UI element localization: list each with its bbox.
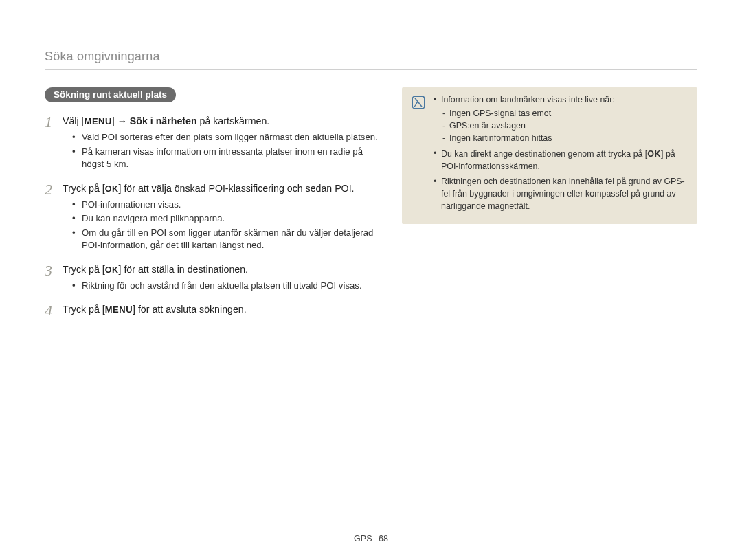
header-rule	[45, 69, 697, 70]
step-3: 3 Tryck på [OK] för att ställa in destin…	[45, 263, 378, 294]
note-subitem: Ingen kartinformation hittas	[442, 133, 688, 145]
text: Välj [	[63, 115, 85, 126]
ok-icon: OK	[105, 265, 119, 276]
text: Information om landmärken visas inte liv…	[441, 95, 615, 104]
step-number: 3	[45, 263, 63, 278]
note-subitem: GPS:en är avslagen	[442, 120, 688, 133]
step-2: 2 Tryck på [OK] för att välja önskad POI…	[45, 182, 378, 254]
bullet-item: Riktning för och avstånd från den aktuel…	[72, 280, 378, 292]
bullet-item: POI-informationen visas.	[72, 199, 378, 211]
note-item: Du kan direkt ange destinationen genom a…	[434, 148, 688, 173]
note-icon	[412, 96, 425, 109]
step-number: 2	[45, 182, 63, 197]
bullet-list: POI-informationen visas. Du kan navigera…	[72, 199, 378, 252]
bullet-list: Riktning för och avstånd från den aktuel…	[72, 280, 378, 292]
text: ] för att ställa in destinationen.	[119, 264, 249, 275]
text: ] för att välja önskad POI-klassificerin…	[119, 183, 355, 194]
note-item: Information om landmärken visas inte liv…	[434, 94, 688, 145]
step-body: Tryck på [OK] för att välja önskad POI-k…	[63, 182, 378, 254]
text: ] för att avsluta sökningen.	[133, 304, 247, 315]
page: Söka omgivningarna Sökning runt aktuell …	[0, 0, 742, 560]
step-body: Tryck på [MENU] för att avsluta sökninge…	[63, 303, 378, 316]
note-list: Information om landmärken visas inte liv…	[434, 94, 688, 216]
bold-text: Sök i närheten	[130, 115, 197, 126]
text: ] →	[112, 115, 130, 126]
text: Tryck på [	[63, 304, 105, 315]
step-1: 1 Välj [MENU] → Sök i närheten på kartsk…	[45, 115, 378, 172]
text: Tryck på [	[63, 183, 105, 194]
steps-list: 1 Välj [MENU] → Sök i närheten på kartsk…	[45, 115, 378, 318]
step-body: Tryck på [OK] för att ställa in destinat…	[63, 263, 378, 294]
column-right: Information om landmärken visas inte liv…	[402, 87, 697, 318]
text: Du kan direkt ange destinationen genom a…	[441, 149, 647, 159]
note-subitem: Ingen GPS-signal tas emot	[442, 108, 688, 120]
section-pill: Sökning runt aktuell plats	[45, 87, 176, 102]
ok-icon: OK	[105, 183, 119, 195]
page-footer: GPS 68	[0, 534, 742, 544]
page-title: Söka omgivningarna	[45, 49, 160, 63]
footer-section: GPS	[354, 534, 372, 544]
page-header: Söka omgivningarna	[45, 49, 697, 64]
bullet-item: Du kan navigera med pilknapparna.	[72, 212, 378, 225]
columns: Sökning runt aktuell plats 1 Välj [MENU]…	[45, 87, 697, 318]
note-box: Information om landmärken visas inte liv…	[402, 87, 697, 224]
text: på kartskärmen.	[197, 115, 270, 126]
step-4: 4 Tryck på [MENU] för att avsluta söknin…	[45, 303, 378, 318]
step-number: 4	[45, 303, 63, 318]
step-number: 1	[45, 115, 63, 130]
note-item: Riktningen och destinationen kan innehål…	[434, 176, 688, 213]
bullet-item: Om du går till en POI som ligger utanför…	[72, 227, 378, 252]
column-left: Sökning runt aktuell plats 1 Välj [MENU]…	[45, 87, 378, 318]
bullet-item: På kameran visas information om intressa…	[72, 146, 378, 171]
menu-icon: MENU	[105, 304, 133, 316]
bullet-list: Vald POI sorteras efter den plats som li…	[72, 131, 378, 170]
step-body: Välj [MENU] → Sök i närheten på kartskär…	[63, 115, 378, 172]
ok-icon: OK	[647, 148, 661, 160]
note-sublist: Ingen GPS-signal tas emot GPS:en är avsl…	[442, 108, 688, 145]
footer-page: 68	[379, 534, 388, 544]
text: Tryck på [	[63, 264, 105, 275]
bullet-item: Vald POI sorteras efter den plats som li…	[72, 131, 378, 144]
menu-icon: MENU	[85, 115, 112, 128]
